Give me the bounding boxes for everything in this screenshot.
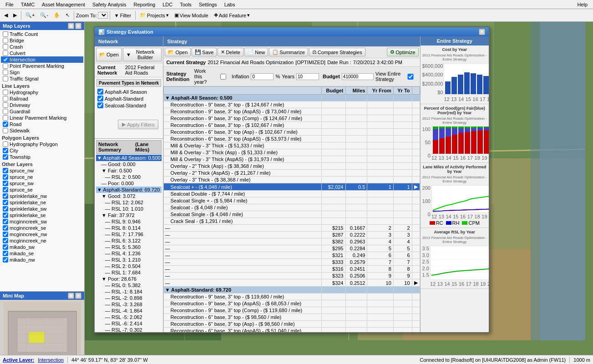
tree-node[interactable]: — RSL -1: 8.184 xyxy=(96,288,162,295)
table-row[interactable]: Reconstruction - 6" base, 3" top - ($ 10… xyxy=(164,122,420,129)
layer-item-railroad[interactable]: Railroad xyxy=(1,96,83,102)
layer-item-spruce_sw[interactable]: spruce_sw xyxy=(1,180,83,187)
menu-tamc[interactable]: TAMC xyxy=(17,0,38,9)
layer-item-sprinklerlake_ne[interactable]: sprinklerlake_ne xyxy=(1,199,83,206)
left-panel-dock[interactable]: ⊞ xyxy=(68,23,74,29)
pv-checkbox-2[interactable] xyxy=(97,102,103,108)
table-row[interactable]: ▼ Asphalt-All Season: 0.500 xyxy=(164,95,420,101)
layer-item-mcginncreek_ne[interactable]: mcginncreek_ne xyxy=(1,238,83,244)
projects-btn[interactable]: 📁 Projects ▾ xyxy=(137,11,171,20)
layer-checkbox-13[interactable] xyxy=(3,251,8,256)
layer-checkbox-6[interactable] xyxy=(3,206,8,212)
mini-map-dock[interactable]: ⊞ xyxy=(68,293,74,299)
layer-checkbox-14[interactable] xyxy=(3,257,8,263)
table-row[interactable]: — $382 0.2963 4 4 xyxy=(164,238,420,245)
tree-node[interactable]: ▼ Good: 3.072 xyxy=(96,193,162,199)
tree-node[interactable]: — Poor: 0.000 xyxy=(96,180,162,187)
table-row[interactable]: — $324 0.2512 10 10 ▶ xyxy=(164,279,420,287)
tree-node[interactable]: — RSL 0: 5.382 xyxy=(96,282,162,288)
table-row[interactable]: — $323 0.2506 9 9 xyxy=(164,273,420,279)
tree-node[interactable]: — RSL 8: 0.114 xyxy=(96,225,162,231)
table-row[interactable]: Overlay - 2" Thick (Asp) - ($ 38,368 / m… xyxy=(164,163,420,170)
layer-checkbox-4[interactable] xyxy=(3,115,8,121)
table-row[interactable]: Reconstruction - 9" base, 3" top (AspAS)… xyxy=(164,108,420,115)
layer-item-linear-pavement-marking[interactable]: Linear Pavement Marking xyxy=(1,115,83,121)
layer-item-culvert[interactable]: Culvert xyxy=(1,50,83,56)
layer-item-mikado_se[interactable]: mikado_se xyxy=(1,250,83,257)
select-btn[interactable]: ↖ xyxy=(63,11,72,20)
nav-forward-btn[interactable]: ▶ xyxy=(11,11,19,20)
tree-node[interactable]: — RSL -7: 0.302 xyxy=(96,327,162,332)
strategy-save-btn[interactable]: 💾 Save xyxy=(192,48,217,56)
table-row[interactable]: Overlay - 3" Thick - ($ 38,368 / mile) xyxy=(164,177,420,183)
table-row[interactable]: Overlay - 2" Thick (AspAS) - ($ 21,267 /… xyxy=(164,170,420,177)
layer-item-mcginncreek_se[interactable]: mcginncreek_se xyxy=(1,225,83,231)
tree-node[interactable]: — RSL 6: 3.122 xyxy=(96,238,162,244)
tree-node[interactable]: — RSL 9: 0.946 xyxy=(96,218,162,225)
menu-labs[interactable]: Labs xyxy=(221,0,239,9)
layer-item-driveway[interactable]: Driveway xyxy=(1,102,83,108)
inflation-input[interactable] xyxy=(251,73,274,80)
strategy-delete-btn[interactable]: ✕ Delete xyxy=(218,48,243,56)
table-row[interactable]: Mill & Overlay - 3" Thick - ($ 51,333 / … xyxy=(164,142,420,149)
layer-checkbox-2[interactable] xyxy=(3,44,8,50)
table-row[interactable]: — $287 0.2222 3 3 xyxy=(164,232,420,238)
menu-safety-analysis[interactable]: Safety Analysis xyxy=(89,0,130,9)
layer-checkbox-10[interactable] xyxy=(3,232,8,237)
layer-item-guardrail[interactable]: Guardrail xyxy=(1,108,83,115)
layer-item-mikado_sw[interactable]: mikado_sw xyxy=(1,244,83,250)
layer-item-traffic-count[interactable]: Traffic Count xyxy=(1,31,83,37)
tree-node[interactable]: — Good: 0.000 xyxy=(96,161,162,167)
layer-item-sidewalk[interactable]: Sidewalk xyxy=(1,127,83,134)
tree-node[interactable]: — RSL -4: 1.864 xyxy=(96,308,162,314)
nav-back-btn[interactable]: ◀ xyxy=(2,11,10,20)
tree-node[interactable]: — RSL -3: 3.268 xyxy=(96,301,162,308)
tree-node[interactable]: — RSL 5: 5.360 xyxy=(96,244,162,250)
table-row[interactable]: Reconstruction - 6" base, 3" top (Asp) -… xyxy=(164,129,420,136)
tree-node[interactable]: — RSL 4: 1.236 xyxy=(96,250,162,257)
pavement-type-item-2[interactable]: Sealcoat-Standard xyxy=(96,102,161,109)
map-area[interactable]: 📊 Strategy Evaluation ✕ Network 📂 Open xyxy=(85,22,593,364)
table-row[interactable]: Sealcoat Double - ($ 7,744 / mile) xyxy=(164,191,420,197)
layer-checkbox-1[interactable] xyxy=(3,38,8,43)
tree-node[interactable]: — RSL 7: 17.796 xyxy=(96,231,162,238)
zoom-in-btn[interactable]: 🔍+ xyxy=(23,11,37,20)
table-row[interactable]: Mill & Overlay - 3" Thick (AspAS) - ($ 3… xyxy=(164,156,420,163)
table-row[interactable]: Reconstruction - 6" base, 3" top - ($ 98… xyxy=(164,314,420,321)
layer-item-sign[interactable]: Sign xyxy=(1,69,83,76)
table-row[interactable]: Reconstruction - 9" base, 3" top (Comp) … xyxy=(164,307,420,314)
budget-input[interactable] xyxy=(342,73,374,80)
left-panel-close[interactable]: ✕ xyxy=(75,23,81,29)
table-row[interactable]: ▼ Asphalt-Standard: 69.720 xyxy=(164,287,420,293)
tree-node[interactable]: — RSL -6: 2.414 xyxy=(96,320,162,327)
table-row[interactable]: Reconstruction - 6" base, 3" top (AspAS)… xyxy=(164,328,420,333)
layer-item-city[interactable]: City xyxy=(1,147,83,154)
layer-checkbox-11[interactable] xyxy=(3,238,8,243)
layer-checkbox-3[interactable] xyxy=(3,109,8,114)
pv-checkbox-0[interactable] xyxy=(97,89,103,95)
layer-checkbox-2[interactable] xyxy=(3,102,8,108)
table-row[interactable]: Sealcoat + - ($ 4,048 / mile) $2,024 0.5… xyxy=(164,183,420,191)
layer-checkbox-7[interactable] xyxy=(3,76,8,81)
tree-node[interactable]: — RSL 2: 0.500 xyxy=(96,174,162,180)
tree-node[interactable]: ▼ Fair: 0.500 xyxy=(96,167,162,174)
layer-checkbox-12[interactable] xyxy=(3,244,8,250)
mini-map-close[interactable]: ✕ xyxy=(75,293,81,299)
work-year-checkbox[interactable] xyxy=(217,74,230,80)
table-row[interactable]: Reconstruction - 9" base, 3" top (Comp) … xyxy=(164,115,420,122)
layer-checkbox-0[interactable] xyxy=(3,31,8,37)
table-row[interactable]: Reconstruction - 9" base, 3" top - ($ 12… xyxy=(164,101,420,108)
table-row[interactable]: Reconstruction - 6" base, 3" top (Asp) -… xyxy=(164,321,420,328)
strategy-summarize-btn[interactable]: 📋 Summarize xyxy=(269,48,308,56)
table-row[interactable]: Sealcoat Single + - ($ 5,984 / mile) xyxy=(164,197,420,204)
layer-checkbox-1[interactable] xyxy=(3,96,8,101)
layer-item-traffic-signal[interactable]: Traffic Signal xyxy=(1,76,83,82)
table-row[interactable]: Reconstruction - 9" base, 3" top - ($ 11… xyxy=(164,293,420,300)
layer-item-sprinklerlake_sw[interactable]: sprinklerlake_sw xyxy=(1,206,83,212)
layer-checkbox-7[interactable] xyxy=(3,212,8,218)
layer-item-township[interactable]: Township xyxy=(1,154,83,160)
layer-item-mcginncreek_nw[interactable]: mcginncreek_nw xyxy=(1,231,83,238)
filter-btn[interactable]: ▼ Filter xyxy=(112,11,133,20)
network-builder-btn[interactable]: ▼ Network Builder xyxy=(123,48,162,61)
table-row[interactable]: — $215 0.1667 2 2 xyxy=(164,225,420,232)
